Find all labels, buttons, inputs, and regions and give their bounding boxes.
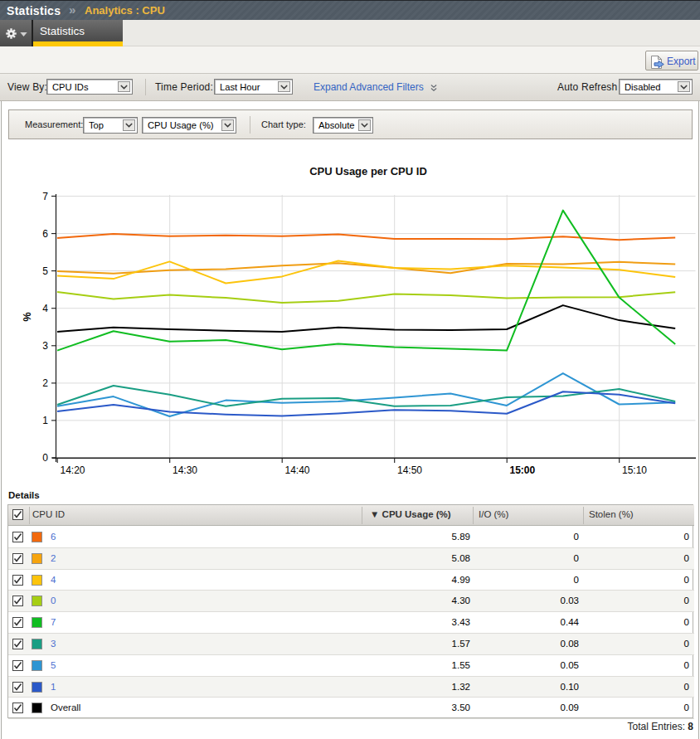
svg-text:%: %	[22, 312, 33, 321]
svg-text:5: 5	[42, 265, 48, 277]
svg-text:1: 1	[42, 415, 48, 426]
svg-text:15:00: 15:00	[510, 464, 536, 476]
svg-text:15:10: 15:10	[622, 464, 647, 476]
svg-text:14:20: 14:20	[61, 464, 85, 476]
svg-text:6: 6	[42, 228, 48, 240]
svg-text:3: 3	[42, 340, 48, 352]
svg-text:2: 2	[42, 377, 48, 389]
svg-text:14:30: 14:30	[173, 464, 197, 476]
svg-text:0: 0	[42, 452, 48, 464]
svg-text:14:40: 14:40	[285, 464, 310, 476]
svg-text:7: 7	[42, 191, 48, 202]
svg-text:14:50: 14:50	[397, 464, 422, 476]
svg-text:4: 4	[42, 303, 48, 314]
